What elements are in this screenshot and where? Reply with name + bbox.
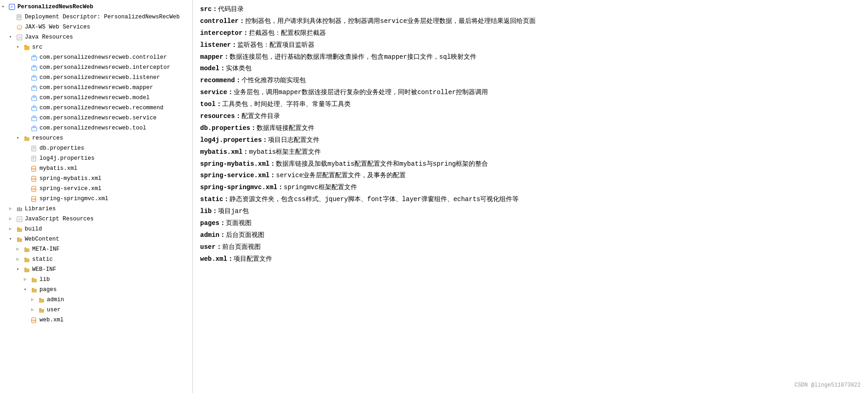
tree-item-interceptor[interactable]: com.personalizednewsrecweb.interceptor	[0, 62, 192, 73]
tree-item-db-prop[interactable]: db.properties	[0, 143, 192, 153]
desc-line-mybatis-xml: mybatis.xml：mybatis框架主配置文件	[200, 146, 861, 158]
svg-rect-65	[39, 299, 44, 303]
svg-rect-62	[32, 278, 34, 279]
root-label: PersonalizedNewsRecWeb	[17, 2, 93, 11]
service-label: com.personalizednewsrecweb.service	[39, 113, 157, 123]
desc-label-log4j-properties: log4j.properties：	[200, 136, 268, 144]
toggle-arrow[interactable]: ▾	[9, 236, 15, 242]
tree-item-mybatis-xml[interactable]: XMLmybatis.xml	[0, 163, 192, 174]
toggle-arrow[interactable]: ▷	[17, 256, 22, 263]
tree-item-log4j-prop[interactable]: log4j.properties	[0, 153, 192, 163]
spring-service-xml-icon: XML	[30, 186, 38, 192]
desc-line-service: service：业务层包，调用mapper数据连接层进行复杂的业务处理，同时被c…	[200, 87, 861, 99]
tree-item-recommend[interactable]: com.personalizednewsrecweb.recommend	[0, 103, 192, 113]
tree-item-user[interactable]: ▷user	[0, 305, 192, 315]
log4j-prop-icon	[30, 156, 38, 162]
toggle-arrow[interactable]: ▾	[17, 135, 22, 141]
svg-rect-63	[32, 289, 37, 292]
tree-item-model[interactable]: com.personalizednewsrecweb.model	[0, 93, 192, 103]
svg-text:XML: XML	[31, 168, 36, 170]
watermark: CSDN @linge511873822	[795, 382, 861, 388]
toggle-arrow[interactable]: ▷	[9, 226, 15, 232]
tree-item-java-resources[interactable]: ▾JRJava Resources	[0, 32, 192, 42]
desc-label-src: src：	[200, 6, 218, 13]
tree-item-web-inf[interactable]: ▾WEB-INF	[0, 264, 192, 275]
meta-inf-icon	[22, 247, 31, 253]
deployment-label: Deployment Descriptor: PersonalizedNewsR…	[25, 12, 180, 22]
svg-text:XML: XML	[31, 319, 36, 322]
tree-item-mapper[interactable]: com.personalizednewsrecweb.mapper	[0, 83, 192, 93]
tree-item-jaxws[interactable]: JJAX-WS Web Services	[0, 22, 192, 32]
desc-label-db-properties: db.properties：	[200, 124, 257, 132]
tree-item-meta-inf[interactable]: ▷META-INF	[0, 244, 192, 254]
tree-item-controller[interactable]: com.personalizednewsrecweb.controller	[0, 52, 192, 62]
tree-item-root[interactable]: ▾PPersonalizedNewsRecWeb	[0, 2, 192, 12]
desc-label-lib: lib：	[200, 208, 218, 215]
tree-item-web-xml[interactable]: XMLweb.xml	[0, 315, 192, 325]
toggle-arrow[interactable]: ▾	[2, 4, 7, 10]
svg-rect-54	[17, 237, 19, 239]
svg-text:P: P	[11, 5, 13, 9]
tree-item-js-resources[interactable]: ▷JSJavaScript Resources	[0, 214, 192, 224]
toggle-arrow[interactable]: ▷	[31, 307, 37, 313]
toggle-arrow[interactable]: ▾	[17, 44, 22, 51]
toggle-arrow[interactable]: ▾	[9, 34, 15, 40]
resources-icon	[22, 135, 31, 141]
tree-item-resources[interactable]: ▾resources	[0, 133, 192, 143]
service-icon	[30, 115, 38, 121]
src-label: src	[32, 43, 43, 52]
tree-item-libraries[interactable]: ▷Libraries	[0, 204, 192, 214]
desc-label-spring-mybatis-xml: spring-mybatis.xml：	[200, 160, 276, 168]
tree-item-tool[interactable]: com.personalizednewsrecweb.tool	[0, 123, 192, 133]
svg-rect-67	[39, 309, 44, 313]
tree-item-service[interactable]: com.personalizednewsrecweb.service	[0, 113, 192, 123]
spring-mybatis-xml-label: spring-mybatis.xml	[39, 174, 101, 183]
tree-item-pages[interactable]: ▾pages	[0, 285, 192, 295]
web-inf-icon	[22, 267, 31, 273]
desc-line-spring-springmvc-xml: spring-springmvc.xml：springmvc框架配置文件	[200, 182, 861, 194]
desc-label-tool: tool：	[200, 101, 222, 108]
tree-item-listener[interactable]: com.personalizednewsrecweb.listener	[0, 73, 192, 83]
svg-rect-46	[17, 208, 18, 211]
build-icon	[15, 226, 23, 232]
tree-item-src[interactable]: ▾src	[0, 42, 192, 52]
tree-item-build[interactable]: ▷build	[0, 224, 192, 234]
tree-item-static[interactable]: ▷static	[0, 254, 192, 264]
tree-item-spring-service-xml[interactable]: XMLspring-service.xml	[0, 184, 192, 194]
svg-rect-59	[24, 269, 29, 272]
desc-line-static: static：静态资源文件夹，包含css样式、jquery脚本、font字体、l…	[200, 194, 861, 206]
tree-item-spring-mybatis-xml[interactable]: XMLspring-mybatis.xml	[0, 174, 192, 184]
toggle-arrow[interactable]: ▷	[31, 297, 37, 303]
svg-rect-66	[39, 298, 41, 299]
spring-springmvc-xml-label: spring-springmvc.xml	[39, 194, 108, 203]
svg-text:JS: JS	[17, 218, 21, 221]
desc-line-tool: tool：工具类包，时间处理、字符串、常量等工具类	[200, 99, 861, 111]
java-resources-label: Java Resources	[25, 33, 73, 42]
toggle-arrow[interactable]: ▷	[9, 206, 15, 212]
lib-label: lib	[39, 275, 50, 284]
desc-label-pages: pages：	[200, 219, 226, 227]
spring-service-xml-label: spring-service.xml	[39, 184, 101, 193]
desc-label-service: service：	[200, 89, 234, 96]
js-resources-label: JavaScript Resources	[25, 214, 94, 224]
desc-line-lib: lib：项目jar包	[200, 206, 861, 218]
toggle-arrow[interactable]: ▾	[17, 266, 22, 273]
tree-item-deployment[interactable]: Deployment Descriptor: PersonalizedNewsR…	[0, 12, 192, 22]
toggle-arrow[interactable]: ▷	[9, 216, 15, 222]
interceptor-icon	[30, 65, 38, 71]
deployment-icon	[15, 14, 23, 20]
svg-rect-29	[24, 136, 27, 138]
tree-item-spring-springmvc-xml[interactable]: XMLspring-springmvc.xml	[0, 194, 192, 204]
tree-item-webcontent[interactable]: ▾WebContent	[0, 234, 192, 244]
desc-label-admin: admin：	[200, 231, 226, 239]
js-resources-icon: JS	[15, 216, 23, 222]
toggle-arrow[interactable]: ▷	[24, 276, 29, 283]
desc-label-listener: listener：	[200, 41, 237, 49]
toggle-arrow[interactable]: ▷	[17, 246, 22, 253]
desc-line-web-xml: web.xml：项目配置文件	[200, 253, 861, 265]
controller-icon	[30, 55, 38, 61]
tree-item-admin[interactable]: ▷admin	[0, 295, 192, 305]
recommend-label: com.personalizednewsrecweb.recommend	[39, 103, 163, 112]
toggle-arrow[interactable]: ▾	[24, 286, 29, 293]
tree-item-lib[interactable]: ▷lib	[0, 275, 192, 285]
